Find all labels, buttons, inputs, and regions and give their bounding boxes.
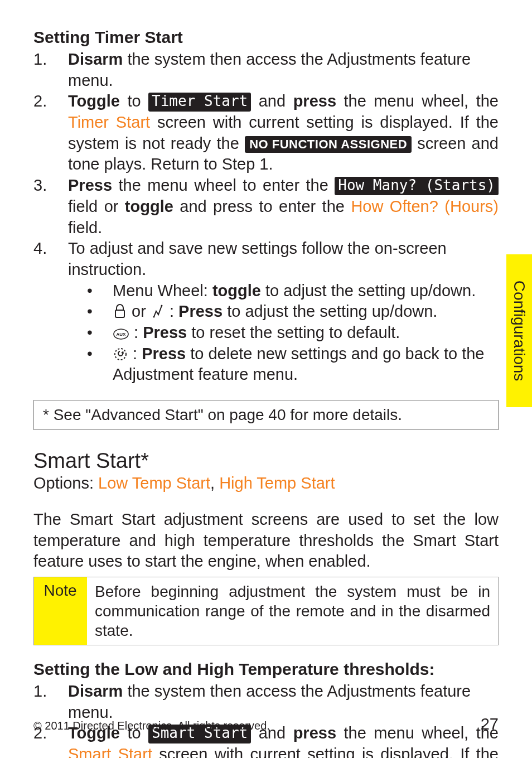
bullet-aux: AUX : Press to reset the setting to defa… <box>68 322 499 344</box>
svg-text:AUX: AUX <box>117 332 127 337</box>
note-label: Note <box>34 577 87 645</box>
step-number: 2. <box>33 91 68 175</box>
side-tab-configurations: Configurations <box>506 254 532 407</box>
tag-timer-start: Timer Start <box>148 93 251 111</box>
step-number: 3. <box>33 175 68 238</box>
step-number: 4. <box>33 238 68 385</box>
bullet-function: : Press to delete new settings and go ba… <box>68 344 499 385</box>
note-box: Note Before beginning adjustment the sys… <box>33 577 499 645</box>
step-body: Press the menu wheel to enter the How Ma… <box>68 175 499 238</box>
page-number: 27 <box>481 715 499 733</box>
subhead-setting-timer-start: Setting Timer Start <box>33 28 499 47</box>
bullet-menu-wheel: Menu Wheel: toggle to adjust the setting… <box>68 281 499 302</box>
tag-how-many-starts: How Many? (Starts) <box>335 177 499 195</box>
heading-smart-start: Smart Start* <box>33 449 499 473</box>
step-body: Disarm the system then access the Adjust… <box>68 49 499 91</box>
svg-point-1 <box>153 316 154 318</box>
remote-start-icon <box>151 303 165 319</box>
options-line: Options: Low Temp Start, High Temp Start <box>33 474 499 493</box>
note-body: Before beginning adjustment the system m… <box>87 577 498 645</box>
lock-icon <box>113 303 127 319</box>
step-body: To adjust and save new settings follow t… <box>68 238 499 385</box>
aux-icon: AUX <box>113 328 129 340</box>
step-body: Toggle to Timer Start and press the menu… <box>68 91 499 175</box>
step-number: 1. <box>33 49 68 91</box>
smart-start-description: The Smart Start adjustment screens are u… <box>33 509 499 572</box>
tag-no-function-assigned: NO FUNCTION ASSIGNED <box>245 136 412 153</box>
page-footer: © 2011 Directed Electronics. All rights … <box>33 715 499 733</box>
bullet-lock-start: or : Press to adjust the setting up/down… <box>68 301 499 322</box>
svg-point-2 <box>161 305 162 307</box>
footnote-advanced-start: * See "Advanced Start" on page 40 for mo… <box>33 400 499 430</box>
svg-point-5 <box>115 349 126 360</box>
function-icon <box>113 347 128 361</box>
subhead-setting-temp-thresholds: Setting the Low and High Temperature thr… <box>33 660 499 679</box>
sub-bullets: Menu Wheel: toggle to adjust the setting… <box>68 281 499 385</box>
steps-timer-start: 1. Disarm the system then access the Adj… <box>33 49 499 385</box>
copyright: © 2011 Directed Electronics. All rights … <box>33 720 270 732</box>
side-tab-label: Configurations <box>510 281 528 382</box>
svg-rect-0 <box>115 310 124 317</box>
page-content: Setting Timer Start 1. Disarm the system… <box>0 0 532 758</box>
